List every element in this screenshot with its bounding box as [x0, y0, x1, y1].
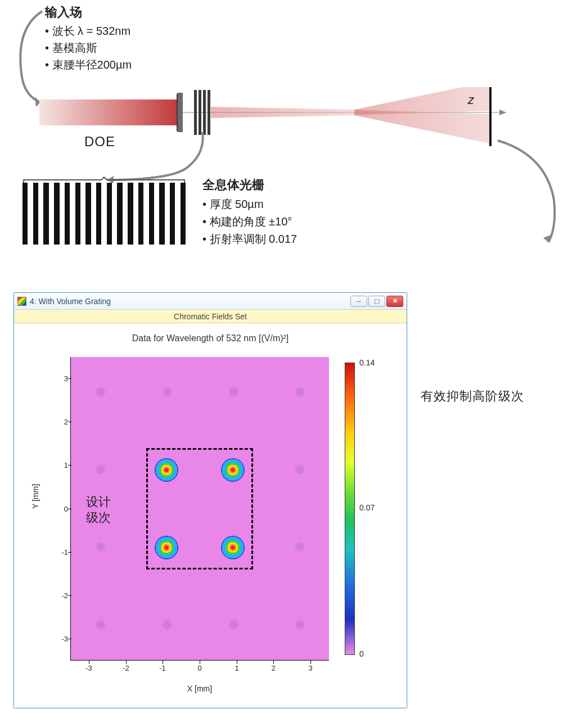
svg-rect-4	[177, 93, 183, 132]
colorbar	[345, 363, 355, 655]
y-tick: -1	[51, 548, 68, 557]
y-tick: 0	[51, 505, 68, 513]
axis-z-label: z	[468, 93, 474, 107]
grating-bullet-3: 折射率调制 0.017	[202, 230, 297, 248]
app-icon	[17, 297, 26, 306]
x-tick: 2	[265, 664, 282, 672]
colorbar-mid: 0.07	[359, 503, 375, 512]
x-tick: 3	[302, 664, 319, 672]
output-pointer-arrow	[444, 138, 568, 264]
grating-specs: 全息体光栅 厚度 50µm 构建的角度 ±10° 折射率调制 0.017	[202, 175, 297, 248]
higher-order-suppression-note: 有效抑制高阶级次	[421, 388, 524, 405]
y-tick: -3	[51, 635, 68, 643]
grating-bracket	[22, 174, 186, 182]
svg-marker-9	[211, 107, 354, 118]
colorbar-max: 0.14	[359, 358, 375, 367]
y-tick: 2	[51, 418, 68, 426]
x-tick: -1	[154, 664, 171, 672]
plot-window: 4: With Volume Grating ─ ▢ ✕ Chromatic F…	[13, 292, 407, 708]
window-subtitle: Chromatic Fields Set	[14, 310, 407, 323]
x-tick: 0	[191, 664, 208, 672]
optical-setup-diagram: 输入场 波长 λ = 532nm 基模高斯 束腰半径200µm	[0, 0, 568, 270]
y-tick: 3	[51, 374, 68, 383]
svg-rect-8	[208, 90, 210, 135]
window-titlebar[interactable]: 4: With Volume Grating ─ ▢ ✕	[14, 293, 407, 310]
svg-rect-5	[194, 90, 197, 135]
colorbar-min: 0	[359, 649, 364, 658]
plot-title: Data for Wavelength of 532 nm [(V/m)²]	[14, 333, 407, 343]
y-tick: 1	[51, 461, 68, 469]
grating-bullet-1: 厚度 50µm	[202, 196, 297, 213]
x-tick: 1	[228, 664, 245, 672]
plot-body: Data for Wavelength of 532 nm [(V/m)²]	[14, 323, 407, 708]
x-tick: -3	[80, 664, 97, 672]
svg-marker-2	[499, 110, 506, 115]
svg-rect-7	[203, 90, 206, 135]
grating-title: 全息体光栅	[202, 175, 297, 195]
maximize-button[interactable]: ▢	[368, 296, 385, 307]
svg-rect-3	[39, 100, 177, 125]
plot-axes	[70, 357, 329, 661]
y-tick: -2	[51, 591, 68, 600]
grating-bullet-2: 构建的角度 ±10°	[202, 213, 297, 230]
close-button[interactable]: ✕	[386, 296, 403, 307]
minimize-button[interactable]: ─	[350, 296, 367, 307]
x-tick: -2	[118, 664, 134, 672]
x-axis-label: X [mm]	[14, 684, 385, 693]
window-title: 4: With Volume Grating	[30, 297, 347, 306]
svg-rect-6	[199, 90, 201, 135]
grating-pattern	[22, 183, 186, 245]
y-axis-label: Y [mm]	[31, 484, 40, 509]
